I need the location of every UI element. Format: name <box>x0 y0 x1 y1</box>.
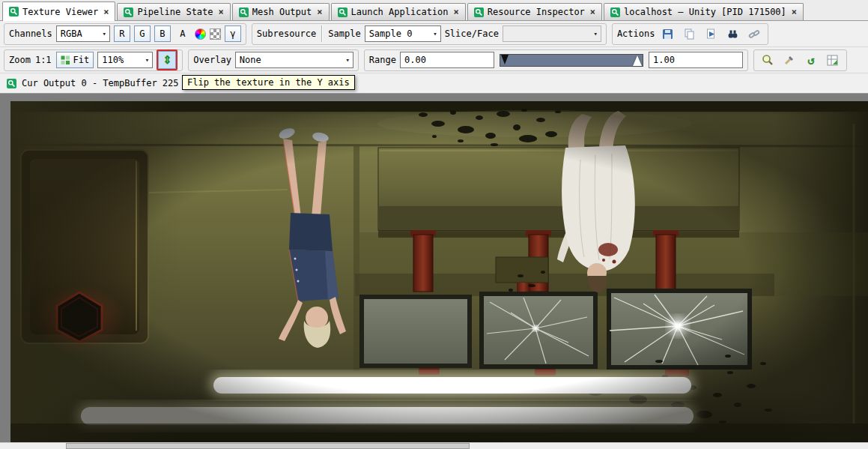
tab-mesh-output[interactable]: Mesh Output × <box>232 3 330 20</box>
reset-range-icon[interactable]: ↺ <box>802 51 820 69</box>
close-icon[interactable]: × <box>590 7 595 17</box>
close-icon[interactable]: × <box>103 7 109 17</box>
overlay-group: Overlay None ▾ <box>188 49 359 71</box>
range-tools-group: ↺ <box>753 49 847 71</box>
actions-label: Actions <box>617 28 655 39</box>
gamma-button[interactable]: γ <box>225 25 241 42</box>
separator <box>321 25 323 42</box>
range-min-input[interactable]: 0.00 <box>400 52 494 68</box>
vignette <box>10 101 868 442</box>
range-black-handle[interactable] <box>501 55 509 64</box>
channel-format-dropdown[interactable]: RGBA ▾ <box>56 25 110 42</box>
channels-group: Channels RGBA ▾ R G B A γ <box>4 23 246 45</box>
color-wheel-icon[interactable] <box>195 28 206 40</box>
chevron-down-icon: ▾ <box>593 30 597 37</box>
capture-icon <box>338 7 347 17</box>
close-icon[interactable]: × <box>219 7 224 17</box>
channels-label: Channels <box>9 28 52 39</box>
close-icon[interactable]: × <box>792 7 797 17</box>
chevron-down-icon: ▾ <box>145 56 149 64</box>
slice-face-dropdown: ▾ <box>503 25 601 42</box>
channels-toolbar: Channels RGBA ▾ R G B A γ Subresource Sa… <box>0 21 868 47</box>
zoom-group: Zoom 1:1 Fit 110% ▾ ⇕ <box>4 49 183 71</box>
flipped-scene-image: DEPRESSURIZATION WARNING: <box>10 101 868 442</box>
range-white-handle[interactable] <box>633 55 642 66</box>
histogram-settings-icon[interactable] <box>824 51 842 69</box>
tab-texture-viewer[interactable]: Texture Viewer × <box>2 1 115 21</box>
focus-highlight-rect: ⇕ <box>157 49 177 70</box>
red-channel-button[interactable]: R <box>114 25 130 42</box>
subresource-group: Subresource Sample Sample 0 ▾ Slice/Face… <box>252 23 607 45</box>
capture-icon <box>474 7 484 17</box>
sample-dropdown[interactable]: Sample 0 ▾ <box>365 25 441 42</box>
tab-resource-inspector[interactable]: Resource Inspector × <box>467 3 602 20</box>
tab-label: Texture Viewer <box>22 7 98 17</box>
flip-y-tooltip: Flip the texture in the Y axis <box>182 75 355 90</box>
tab-bar: Texture Viewer × Pipeline State × Mesh O… <box>0 0 868 21</box>
chevron-down-icon: ▾ <box>433 30 437 37</box>
close-icon[interactable]: × <box>317 7 322 17</box>
renderdoc-window: Texture Viewer × Pipeline State × Mesh O… <box>0 0 868 449</box>
horizontal-scrollbar-thumb[interactable] <box>66 443 470 449</box>
capture-icon <box>9 7 19 16</box>
actions-group: Actions <box>612 23 769 45</box>
checkerboard-background-icon[interactable] <box>210 28 221 40</box>
zoom-1to1-button[interactable]: 1:1 <box>34 52 52 68</box>
fit-grid-icon <box>61 55 70 65</box>
tab-pipeline-state[interactable]: Pipeline State × <box>117 3 230 20</box>
overlay-dropdown[interactable]: None ▾ <box>235 52 353 68</box>
zoom-level-combo[interactable]: 110% ▾ <box>97 52 153 68</box>
sample-label: Sample <box>328 28 360 39</box>
zoom-range-icon[interactable] <box>759 51 777 69</box>
close-icon[interactable]: × <box>454 7 459 17</box>
blue-channel-button[interactable]: B <box>154 25 171 42</box>
range-max-input[interactable]: 1.00 <box>649 52 743 68</box>
link-icon[interactable] <box>745 25 763 43</box>
fit-button[interactable]: Fit <box>56 52 94 68</box>
open-in-viewer-icon[interactable] <box>702 25 720 43</box>
tab-label: Resource Inspector <box>488 7 585 17</box>
tab-label: Mesh Output <box>252 7 312 17</box>
eyedropper-icon[interactable] <box>780 51 798 69</box>
current-texture-status-text: Cur Output 0 - TempBuffer 225 1039 <box>22 78 206 88</box>
texture-display[interactable]: DEPRESSURIZATION WARNING: <box>10 101 868 442</box>
range-slider[interactable] <box>500 54 643 67</box>
capture-icon <box>7 79 16 88</box>
find-binoculars-icon[interactable] <box>723 25 741 43</box>
subresource-label: Subresource <box>257 28 316 39</box>
green-channel-button[interactable]: G <box>134 25 151 42</box>
copy-icon[interactable] <box>680 25 698 43</box>
save-icon[interactable] <box>658 25 676 43</box>
capture-icon <box>124 7 133 17</box>
tab-label: localhost – Unity [PID 171500] <box>624 7 786 17</box>
range-label: Range <box>369 55 396 65</box>
capture-icon <box>610 7 620 17</box>
tab-label: Pipeline State <box>137 7 213 17</box>
zoom-label: Zoom <box>9 55 31 65</box>
tab-localhost-unity[interactable]: localhost – Unity [PID 171500] × <box>604 3 804 20</box>
horizontal-scrollbar[interactable] <box>0 442 868 449</box>
zoom-toolbar: Zoom 1:1 Fit 110% ▾ ⇕ Overlay None ▾ Ran… <box>0 47 868 73</box>
alpha-channel-button[interactable]: A <box>174 25 191 42</box>
flip-y-button[interactable]: ⇕ <box>158 51 176 69</box>
tab-launch-application[interactable]: Launch Application × <box>331 3 466 20</box>
capture-icon <box>239 7 249 17</box>
texture-viewport: DEPRESSURIZATION WARNING: <box>0 94 868 449</box>
overlay-label: Overlay <box>193 55 231 65</box>
chevron-down-icon: ▾ <box>345 56 349 64</box>
range-group: Range 0.00 1.00 <box>364 49 748 71</box>
tab-label: Launch Application <box>351 7 449 17</box>
slice-face-label: Slice/Face <box>445 28 499 39</box>
status-bar: Cur Output 0 - TempBuffer 225 1039 <box>0 73 868 94</box>
chevron-down-icon: ▾ <box>102 30 106 37</box>
